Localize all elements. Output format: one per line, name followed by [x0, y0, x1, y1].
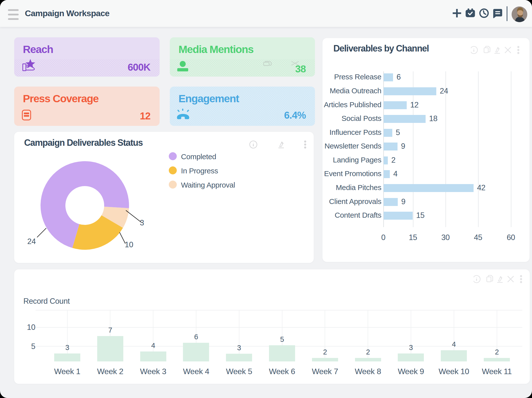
svg-text:10: 10 — [125, 240, 133, 249]
svg-text:3: 3 — [140, 218, 144, 227]
svg-text:24: 24 — [27, 237, 36, 246]
